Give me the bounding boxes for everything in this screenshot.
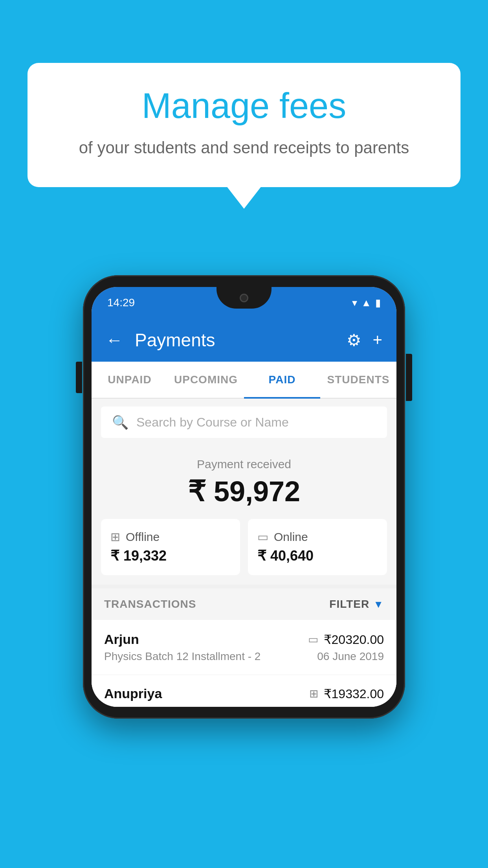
- offline-card: ⊞ Offline ₹ 19,332: [101, 519, 240, 575]
- transaction-name: Arjun: [104, 632, 139, 647]
- search-section: 🔍 Search by Course or Name: [92, 399, 396, 446]
- status-icons: ▾ ▲ ▮: [352, 297, 381, 309]
- tab-students[interactable]: STUDENTS: [320, 362, 396, 398]
- transactions-label: TRANSACTIONS: [104, 598, 196, 611]
- battery-icon: ▮: [375, 297, 381, 309]
- payment-method-icon: ▭: [308, 633, 318, 646]
- offline-card-header: ⊞ Offline: [110, 530, 160, 544]
- signal-icon: ▲: [361, 297, 371, 309]
- transaction-top: Arjun ▭ ₹20320.00: [104, 632, 384, 647]
- transaction-course: Physics Batch 12 Installment - 2: [104, 650, 261, 663]
- offline-icon: ⊞: [110, 530, 120, 544]
- transaction-date: 06 June 2019: [317, 650, 384, 663]
- add-icon[interactable]: +: [372, 331, 382, 349]
- transaction-amount-wrap: ⊞ ₹19332.00: [309, 686, 384, 701]
- tab-upcoming[interactable]: UPCOMING: [168, 362, 244, 398]
- notch-cutout: [216, 287, 272, 309]
- header-actions: ⚙ +: [347, 331, 382, 350]
- transactions-header: TRANSACTIONS FILTER ▼: [92, 588, 396, 620]
- wifi-icon: ▾: [352, 297, 357, 309]
- tab-unpaid[interactable]: UNPAID: [92, 362, 168, 398]
- camera-dot: [240, 294, 248, 302]
- transaction-amount: ₹19332.00: [324, 686, 384, 701]
- tabs-row: UNPAID UPCOMING PAID STUDENTS: [92, 362, 396, 399]
- bubble-subtitle: of your students and send receipts to pa…: [59, 136, 429, 160]
- online-amount: ₹ 40,640: [257, 548, 314, 564]
- offline-label: Offline: [126, 530, 160, 544]
- bubble-title: Manage fees: [59, 86, 429, 125]
- table-row: Anupriya ⊞ ₹19332.00: [92, 675, 396, 707]
- transaction-name: Anupriya: [104, 686, 162, 701]
- settings-icon[interactable]: ⚙: [347, 331, 361, 350]
- phone-outer: 14:29 ▾ ▲ ▮ ← Payments ⚙ +: [83, 275, 405, 719]
- speech-bubble: Manage fees of your students and send re…: [28, 63, 460, 187]
- search-icon: 🔍: [112, 414, 128, 430]
- search-placeholder: Search by Course or Name: [136, 415, 289, 430]
- table-row: Arjun ▭ ₹20320.00 Physics Batch 12 Insta…: [92, 620, 396, 675]
- transaction-list: Arjun ▭ ₹20320.00 Physics Batch 12 Insta…: [92, 620, 396, 707]
- transaction-top-partial: Anupriya ⊞ ₹19332.00: [104, 686, 384, 701]
- online-icon: ▭: [257, 530, 268, 544]
- filter-button[interactable]: FILTER ▼: [329, 598, 384, 611]
- online-label: Online: [274, 530, 308, 544]
- status-time: 14:29: [107, 296, 135, 309]
- offline-amount: ₹ 19,332: [110, 548, 167, 564]
- header-title: Payments: [135, 329, 339, 351]
- phone-wrapper: 14:29 ▾ ▲ ▮ ← Payments ⚙ +: [83, 275, 405, 719]
- speech-bubble-container: Manage fees of your students and send re…: [28, 63, 460, 187]
- online-card-header: ▭ Online: [257, 530, 308, 544]
- filter-icon: ▼: [373, 598, 384, 611]
- payment-total-amount: ₹ 59,972: [101, 475, 387, 508]
- payment-cards: ⊞ Offline ₹ 19,332 ▭ Online ₹ 40,640: [101, 519, 387, 575]
- online-card: ▭ Online ₹ 40,640: [248, 519, 387, 575]
- transaction-amount-wrap: ▭ ₹20320.00: [308, 632, 384, 647]
- filter-label: FILTER: [329, 598, 369, 611]
- back-button[interactable]: ←: [106, 330, 123, 350]
- transaction-bottom: Physics Batch 12 Installment - 2 06 June…: [104, 650, 384, 663]
- search-bar[interactable]: 🔍 Search by Course or Name: [101, 406, 387, 438]
- phone-screen: 14:29 ▾ ▲ ▮ ← Payments ⚙ +: [92, 287, 396, 707]
- tab-paid[interactable]: PAID: [244, 362, 320, 398]
- app-header: ← Payments ⚙ +: [92, 318, 396, 362]
- payment-received-label: Payment received: [101, 458, 387, 471]
- status-bar: 14:29 ▾ ▲ ▮: [92, 287, 396, 318]
- payment-method-icon: ⊞: [309, 687, 318, 700]
- transaction-amount: ₹20320.00: [324, 632, 384, 647]
- payment-summary: Payment received ₹ 59,972 ⊞ Offline ₹ 19…: [92, 446, 396, 585]
